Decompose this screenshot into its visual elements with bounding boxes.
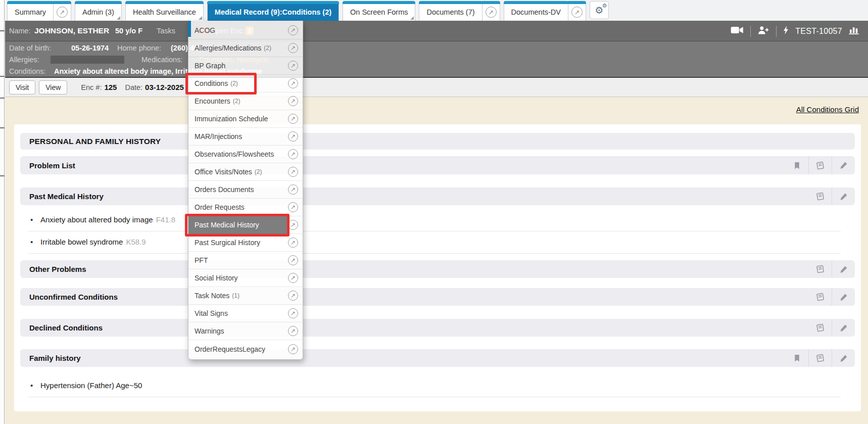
pencil-icon[interactable] [832, 349, 855, 367]
popout-arrow-icon[interactable] [288, 25, 298, 35]
left-splitter[interactable] [0, 0, 5, 424]
divider [750, 26, 751, 37]
menu-item-vital-signs[interactable]: Vital Signs [188, 305, 303, 322]
section-title: Other Problems [29, 265, 86, 273]
pencil-icon[interactable] [832, 187, 855, 205]
tab-summary[interactable]: Summary [7, 1, 54, 21]
tab-documents-dv-popout[interactable] [568, 1, 586, 21]
book-icon[interactable] [808, 260, 832, 278]
menu-item-social-history[interactable]: Social History [188, 269, 303, 287]
menu-item-encounters[interactable]: Encounters(2) [188, 92, 303, 110]
menu-item-mar-injections[interactable]: MAR/Injections [188, 128, 303, 146]
gutter-tick [0, 98, 5, 99]
popout-arrow-icon[interactable] [288, 202, 298, 212]
dob-label: Date of birth: [9, 44, 51, 52]
bookmark-icon[interactable] [785, 156, 808, 174]
tab-admin[interactable]: Admin (3) [75, 1, 122, 21]
pencil-icon[interactable] [832, 319, 855, 337]
menu-item-past-surgical-history[interactable]: Past Surgical History [188, 234, 303, 252]
enc-label: Enc #: [81, 83, 102, 91]
popout-arrow-icon[interactable] [288, 96, 298, 106]
tab-summary-label: Summary [15, 8, 46, 16]
popout-arrow-icon[interactable] [288, 43, 298, 53]
condition-text: Irritable bowel syndrome [40, 238, 123, 246]
tab-medical-record-label: Medical Record (9):Conditions (2) [215, 8, 331, 16]
icd-code: F41.8 [156, 215, 175, 224]
tab-summary-popout[interactable] [53, 1, 71, 21]
book-icon[interactable] [808, 288, 832, 306]
popout-arrow-icon[interactable] [288, 344, 298, 354]
all-conditions-grid-link[interactable]: All Conditions Grid [796, 105, 859, 114]
popout-arrow-icon[interactable] [288, 291, 298, 301]
section-actions [808, 187, 855, 205]
menu-item-pft[interactable]: PFT [188, 252, 303, 269]
popout-arrow-icon[interactable] [288, 61, 298, 71]
tab-on-screen-forms[interactable]: On Screen Forms [343, 1, 415, 21]
menu-item-order-requests[interactable]: Order Requests [188, 199, 303, 216]
tasks-label[interactable]: Tasks [157, 27, 175, 35]
section-actions [808, 260, 855, 278]
menu-item-office-visits-notes[interactable]: Office Visits/Notes(2) [188, 163, 303, 181]
popout-arrow-icon[interactable] [288, 273, 298, 283]
section-declined-conditions: Declined Conditions [20, 319, 855, 337]
menu-item-warnings[interactable]: Warnings [188, 322, 303, 340]
family-history-item: Hypertension (Father) Age~50 [28, 377, 841, 397]
lightning-bolt-icon[interactable] [783, 26, 789, 36]
add-person-icon[interactable] [757, 26, 769, 36]
menu-item-task-notes[interactable]: Task Notes(1) [188, 287, 303, 305]
popout-arrow-icon[interactable] [288, 149, 298, 159]
view-button[interactable]: View [39, 80, 67, 95]
popout-arrow-icon[interactable] [288, 184, 298, 195]
menu-item-bp-graph[interactable]: BP Graph [188, 57, 303, 75]
section-problem-list: Problem List [20, 156, 855, 174]
book-icon[interactable] [808, 319, 832, 337]
pencil-icon[interactable] [832, 156, 855, 174]
menu-item-conditions[interactable]: Conditions(2) [188, 75, 303, 92]
bookmark-icon[interactable] [785, 349, 808, 367]
menu-item-past-medical-history[interactable]: Past Medical History [188, 216, 303, 234]
popout-arrow-icon [571, 7, 583, 18]
menu-item-orderrequestslegacy[interactable]: OrderRequestsLegacy [188, 340, 303, 358]
menu-item-immunization-schedule[interactable]: Immunization Schedule [188, 110, 303, 128]
popout-arrow-icon[interactable] [288, 114, 298, 124]
section-actions [785, 349, 855, 367]
popout-arrow-icon[interactable] [288, 78, 298, 88]
video-camera-icon[interactable] [731, 26, 744, 36]
tab-documents[interactable]: Documents (7) [419, 1, 482, 21]
menu-item-acog[interactable]: ACOG [188, 22, 303, 39]
section-title: Unconfirmed Conditions [29, 293, 118, 301]
book-icon[interactable] [808, 156, 832, 174]
tab-medical-record[interactable]: Medical Record (9):Conditions (2) [207, 1, 339, 21]
chart-stats-icon[interactable] [849, 26, 860, 36]
popout-arrow-icon[interactable] [288, 238, 298, 248]
menu-item-orders-documents[interactable]: Orders Documents [188, 181, 303, 199]
tab-documents-popout[interactable] [482, 1, 500, 21]
icd-code: K58.9 [126, 238, 146, 246]
menu-item-observations-flowsheets[interactable]: Observations/Flowsheets [188, 146, 303, 163]
popout-arrow-icon[interactable] [288, 308, 298, 318]
popout-arrow-icon[interactable] [288, 167, 298, 177]
visit-button[interactable]: Visit [9, 80, 35, 95]
tab-documents-dv[interactable]: Documents-DV [504, 1, 568, 21]
pencil-icon[interactable] [832, 288, 855, 306]
book-icon[interactable] [808, 349, 832, 367]
divider [776, 26, 777, 37]
patient-name-row: Name: JOHNSON, ESTHER 50 y/o F Tasks 1 O… [5, 21, 868, 41]
tab-on-screen-forms-label: On Screen Forms [350, 8, 408, 16]
popout-arrow-icon[interactable] [288, 220, 298, 230]
tab-group-documents-dv: Documents-DV [504, 0, 586, 21]
popout-arrow-icon[interactable] [288, 131, 298, 142]
menu-item-allergies-medications[interactable]: Allergies/Medications(2) [188, 39, 303, 57]
pencil-icon[interactable] [832, 260, 855, 278]
section-actions [808, 288, 855, 306]
tab-documents-dv-label: Documents-DV [511, 8, 561, 16]
tab-group-documents: Documents (7) [419, 0, 500, 21]
tab-health-surveillance[interactable]: Health Surveillance [125, 1, 204, 21]
section-title: Past Medical History [29, 192, 104, 201]
book-icon[interactable] [808, 187, 832, 205]
popout-arrow-icon[interactable] [288, 255, 298, 265]
gutter-tick [0, 30, 5, 31]
popout-arrow-icon[interactable] [288, 326, 298, 336]
tab-settings-button[interactable] [590, 1, 609, 19]
patient-actions: TEST-10057 [731, 21, 860, 41]
